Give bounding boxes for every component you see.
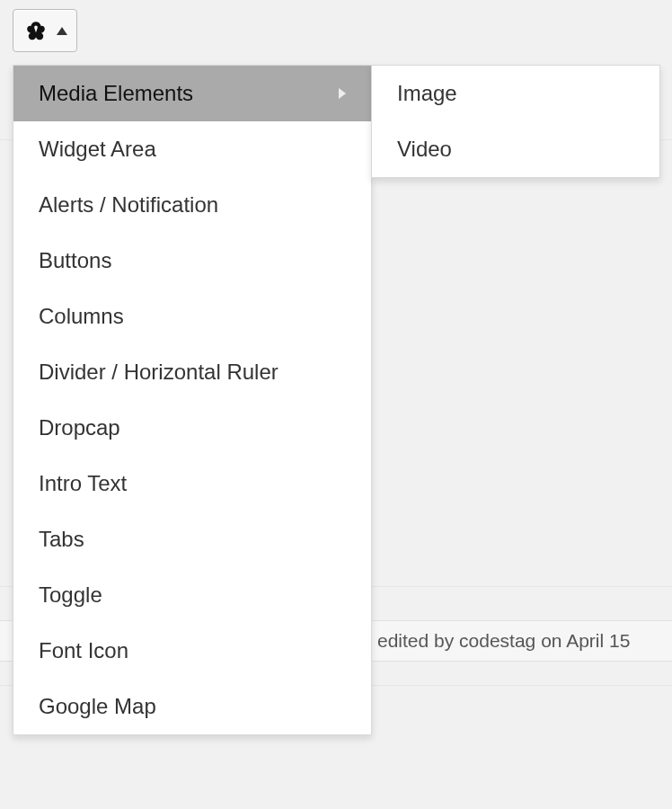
shortcode-submenu: Image Video xyxy=(371,65,660,178)
submenu-item-label: Video xyxy=(397,137,452,161)
menu-item-columns[interactable]: Columns xyxy=(13,289,371,344)
menu-item-label: Widget Area xyxy=(39,137,156,162)
antler-icon xyxy=(22,17,49,44)
status-text: edited by codestag on April 15 xyxy=(377,630,630,652)
chevron-up-icon xyxy=(57,27,67,35)
menu-item-media-elements[interactable]: Media Elements xyxy=(13,66,371,121)
menu-item-google-map[interactable]: Google Map xyxy=(13,679,371,734)
menu-item-buttons[interactable]: Buttons xyxy=(13,233,371,289)
menu-item-divider[interactable]: Divider / Horizontal Ruler xyxy=(13,344,371,400)
menu-item-label: Alerts / Notification xyxy=(39,192,218,218)
menu-item-label: Intro Text xyxy=(39,471,127,496)
shortcode-dropdown-button[interactable] xyxy=(13,9,77,52)
menu-item-label: Media Elements xyxy=(39,81,193,106)
menu-item-label: Columns xyxy=(39,304,124,329)
menu-item-label: Google Map xyxy=(39,694,156,719)
submenu-item-image[interactable]: Image xyxy=(372,66,659,121)
menu-item-label: Divider / Horizontal Ruler xyxy=(39,360,279,385)
menu-item-label: Tabs xyxy=(39,527,84,552)
menu-item-intro-text[interactable]: Intro Text xyxy=(13,456,371,511)
chevron-right-icon xyxy=(339,88,346,99)
menu-item-dropcap[interactable]: Dropcap xyxy=(13,400,371,456)
submenu-item-video[interactable]: Video xyxy=(372,121,659,177)
menu-item-tabs[interactable]: Tabs xyxy=(13,511,371,567)
menu-item-label: Font Icon xyxy=(39,638,128,663)
menu-item-alerts-notification[interactable]: Alerts / Notification xyxy=(13,177,371,233)
submenu-item-label: Image xyxy=(397,81,457,105)
shortcode-menu: Media Elements Widget Area Alerts / Noti… xyxy=(13,65,372,735)
menu-item-toggle[interactable]: Toggle xyxy=(13,567,371,623)
menu-item-label: Dropcap xyxy=(39,415,120,440)
menu-item-label: Buttons xyxy=(39,248,111,273)
menu-item-font-icon[interactable]: Font Icon xyxy=(13,623,371,679)
menu-item-label: Toggle xyxy=(39,582,102,608)
menu-item-widget-area[interactable]: Widget Area xyxy=(13,121,371,177)
